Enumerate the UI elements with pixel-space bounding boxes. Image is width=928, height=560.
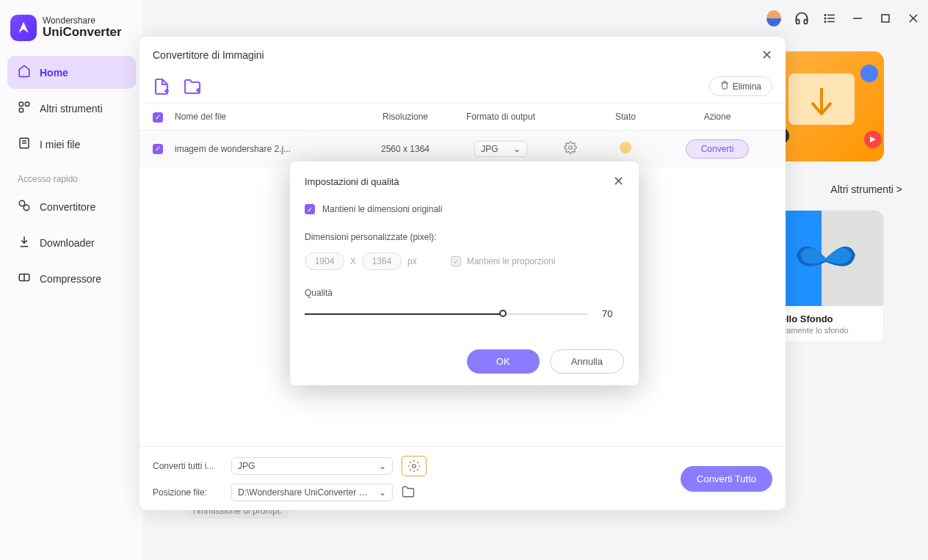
- sidebar-item-tools[interactable]: Altri strumenti: [7, 92, 136, 125]
- chevron-down-icon: ⌄: [379, 487, 386, 498]
- app-logo-icon: [10, 15, 37, 41]
- converter-icon: [18, 199, 31, 214]
- sidebar: Wondershare UniConverter Home Altri stru…: [0, 0, 143, 560]
- px-label: px: [407, 256, 417, 266]
- sidebar-item-label: I miei file: [40, 139, 80, 150]
- sidebar-section-label: Accesso rapido: [7, 164, 136, 190]
- svg-point-5: [824, 21, 826, 23]
- quality-value: 70: [602, 308, 624, 319]
- home-icon: [18, 65, 31, 80]
- file-icon: [18, 137, 31, 152]
- col-name: Nome del file: [175, 112, 361, 122]
- col-resolution: Risoluzione: [361, 112, 449, 122]
- download-icon: [18, 235, 31, 250]
- close-icon[interactable]: ✕: [761, 47, 772, 63]
- col-status: Stato: [589, 112, 662, 122]
- close-icon[interactable]: [906, 11, 921, 26]
- avatar-icon[interactable]: [766, 11, 781, 26]
- quality-slider[interactable]: [305, 313, 587, 316]
- height-input[interactable]: [362, 252, 402, 270]
- svg-point-16: [19, 200, 25, 206]
- ok-button[interactable]: OK: [467, 349, 540, 374]
- maximize-icon[interactable]: [878, 11, 893, 26]
- file-name: imagem de wondershare 2.j...: [175, 144, 361, 154]
- sidebar-item-label: Convertitore: [40, 201, 95, 213]
- format-select[interactable]: JPG⌄: [474, 141, 526, 157]
- svg-rect-11: [26, 102, 29, 106]
- sidebar-item-compressor[interactable]: Compressore: [7, 262, 136, 295]
- svg-point-30: [413, 465, 416, 468]
- open-folder-icon[interactable]: [402, 485, 415, 501]
- svg-rect-7: [882, 15, 889, 22]
- convert-all-format-select[interactable]: JPG⌄: [231, 457, 393, 475]
- keep-original-label: Mantieni le dimensioni originali: [322, 204, 442, 214]
- convert-all-button[interactable]: Converti Tutto: [681, 466, 772, 492]
- sidebar-item-files[interactable]: I miei file: [7, 128, 136, 161]
- close-icon[interactable]: ✕: [613, 173, 624, 189]
- col-format: Formato di output: [449, 112, 552, 122]
- chevron-down-icon: ⌄: [513, 144, 521, 154]
- trash-icon: [720, 81, 729, 92]
- add-file-icon[interactable]: [153, 78, 170, 95]
- select-all-checkbox[interactable]: [153, 112, 163, 123]
- add-folder-icon[interactable]: [184, 78, 201, 95]
- sidebar-item-label: Compressore: [40, 273, 101, 285]
- headset-icon[interactable]: [794, 11, 809, 26]
- sidebar-item-label: Downloader: [40, 237, 95, 249]
- global-settings-icon[interactable]: [402, 456, 427, 476]
- brand-bottom: UniConverter: [43, 26, 122, 40]
- svg-rect-12: [19, 109, 23, 112]
- col-action: Azione: [662, 112, 772, 122]
- sidebar-item-downloader[interactable]: Downloader: [7, 226, 136, 259]
- compressor-icon: [18, 271, 31, 286]
- by-label: X: [350, 256, 356, 266]
- svg-point-4: [824, 18, 826, 19]
- svg-point-17: [23, 205, 29, 211]
- sidebar-item-label: Altri strumenti: [40, 103, 103, 114]
- table-header: Nome del file Risoluzione Formato di out…: [139, 103, 786, 131]
- keep-ratio-checkbox: [451, 256, 461, 266]
- grid-icon: [18, 101, 31, 116]
- width-input[interactable]: [305, 252, 344, 270]
- svg-point-3: [824, 15, 826, 16]
- dialog-title: Convertitore di Immagini: [153, 49, 264, 61]
- custom-dimensions-label: Dimensioni personalizzate (pixel):: [305, 232, 624, 242]
- convert-all-label: Converti tutti i...: [153, 461, 222, 471]
- quality-settings-dialog: Impostazioni di qualità ✕ Mantieni le di…: [290, 161, 639, 385]
- chevron-down-icon: ⌄: [379, 461, 386, 471]
- sidebar-item-home[interactable]: Home: [7, 56, 136, 89]
- quality-label: Qualità: [305, 288, 624, 298]
- convert-button[interactable]: Converti: [686, 139, 750, 159]
- row-settings-icon[interactable]: [564, 146, 577, 156]
- file-position-select[interactable]: D:\Wondershare UniConverter 16\I⌄: [231, 484, 393, 501]
- sidebar-item-converter[interactable]: Convertitore: [7, 190, 136, 223]
- keep-original-checkbox[interactable]: [305, 204, 315, 214]
- cancel-button[interactable]: Annulla: [550, 349, 624, 374]
- delete-button[interactable]: Elimina: [709, 76, 772, 96]
- svg-point-21: [860, 65, 878, 82]
- quality-dialog-title: Impostazioni di qualità: [305, 176, 399, 187]
- row-checkbox[interactable]: [153, 144, 163, 154]
- keep-ratio-label: Mantieni le proporzioni: [467, 256, 556, 266]
- logo: Wondershare UniConverter: [0, 15, 143, 56]
- file-position-label: Posizione file:: [153, 487, 222, 498]
- pending-icon: [620, 142, 631, 153]
- svg-point-29: [569, 146, 573, 150]
- file-resolution: 2560 x 1364: [361, 144, 449, 154]
- svg-rect-10: [19, 102, 23, 106]
- sidebar-item-label: Home: [40, 67, 68, 79]
- menu-list-icon[interactable]: [822, 11, 837, 26]
- minimize-icon[interactable]: [850, 11, 865, 26]
